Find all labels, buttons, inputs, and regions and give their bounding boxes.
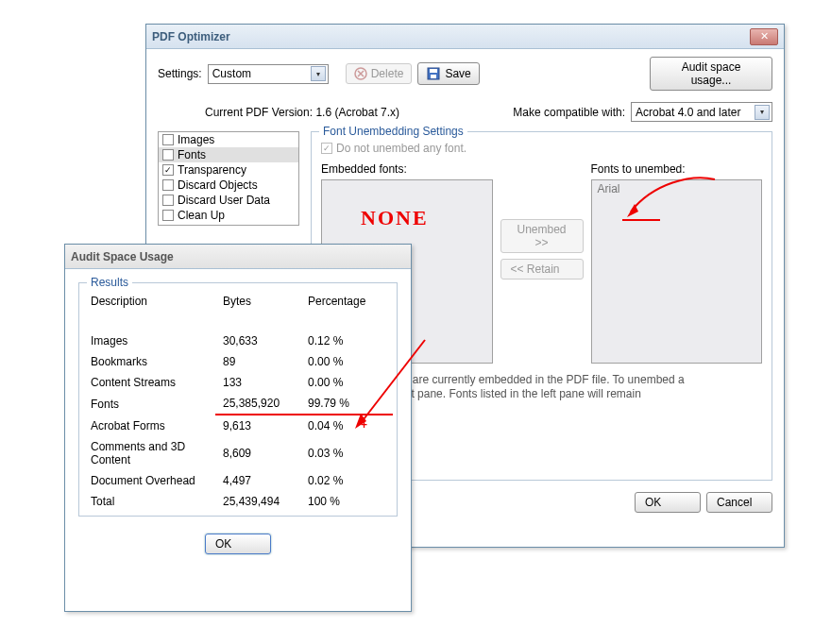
compat-dropdown[interactable]: Acrobat 4.0 and later ▾ (631, 102, 772, 122)
settings-label: Settings: (158, 67, 202, 80)
checkbox-icon[interactable] (162, 179, 174, 191)
chevron-down-icon: ▾ (755, 105, 770, 120)
sidebar-item-clean-up[interactable]: Clean Up (159, 208, 298, 223)
unembed-button: Unembed >> (500, 219, 584, 253)
ok-button[interactable]: OK (635, 492, 701, 513)
svg-rect-4 (430, 69, 437, 73)
checkbox-icon[interactable] (162, 134, 174, 145)
titlebar: Audit Space Usage (65, 245, 411, 269)
cancel-button[interactable]: Cancel (706, 492, 772, 513)
retain-button: << Retain (500, 259, 584, 280)
save-icon (426, 66, 441, 81)
table-row: Fonts25,385,92099.79 % (83, 393, 393, 415)
table-row: Images30,6330.12 % (83, 330, 393, 351)
table-row: Comments and 3D Content8,6090.03 % (83, 436, 393, 470)
fonts-to-unembed-label: Fonts to unembed: (591, 162, 763, 176)
checkbox-icon[interactable] (162, 149, 174, 161)
svg-rect-5 (431, 75, 436, 78)
table-row: Total25,439,494100 % (83, 491, 393, 512)
window-title: PDF Optimizer (152, 30, 230, 43)
fieldset-legend: Results (87, 276, 132, 289)
list-item[interactable]: Arial (592, 180, 762, 197)
col-percentage: Percentage (300, 291, 393, 312)
sidebar-item-fonts[interactable]: Fonts (159, 147, 298, 162)
fieldset-legend: Font Unembedding Settings (319, 125, 467, 138)
table-row: Acrobat Forms9,6130.04 % (83, 415, 393, 436)
table-row: Bookmarks890.00 % (83, 351, 393, 372)
chevron-down-icon: ▾ (311, 66, 326, 81)
pdf-version-label: Current PDF Version: 1.6 (Acrobat 7.x) (205, 106, 399, 119)
audit-space-window: Audit Space Usage Results Description By… (64, 244, 412, 612)
audit-space-button[interactable]: Audit space usage... (650, 57, 772, 91)
embedded-fonts-label: Embedded fonts: (321, 162, 493, 176)
sidebar-item-discard-user-data[interactable]: Discard User Data (159, 193, 298, 208)
save-button[interactable]: Save (417, 62, 479, 85)
results-table: Description Bytes Percentage Images30,63… (83, 291, 393, 512)
checkbox-icon: ✓ (321, 143, 332, 154)
category-list[interactable]: Images Fonts ✓Transparency Discard Objec… (158, 131, 299, 226)
titlebar: PDF Optimizer ✕ (146, 25, 784, 49)
window-title: Audit Space Usage (71, 250, 174, 263)
results-fieldset: Results Description Bytes Percentage Ima… (78, 282, 398, 517)
fonts-to-unembed-listbox[interactable]: Arial (591, 179, 763, 364)
table-row: Content Streams1330.00 % (83, 372, 393, 393)
ok-button[interactable]: OK (205, 534, 271, 554)
do-not-unembed-label: Do not unembed any font. (336, 142, 466, 155)
checkbox-icon[interactable] (162, 195, 174, 206)
delete-button: Delete (346, 63, 413, 84)
col-description: Description (83, 291, 215, 312)
checkbox-icon[interactable]: ✓ (162, 164, 174, 176)
compat-label: Make compatible with: (513, 106, 625, 119)
sidebar-item-discard-objects[interactable]: Discard Objects (159, 178, 298, 193)
col-bytes: Bytes (215, 291, 300, 312)
table-row: Document Overhead4,4970.02 % (83, 470, 393, 491)
checkbox-icon[interactable] (162, 210, 174, 221)
delete-icon (354, 67, 367, 80)
close-button[interactable]: ✕ (750, 28, 778, 45)
sidebar-item-transparency[interactable]: ✓Transparency (159, 162, 298, 178)
sidebar-item-images[interactable]: Images (159, 132, 298, 147)
settings-dropdown[interactable]: Custom ▾ (208, 64, 329, 84)
